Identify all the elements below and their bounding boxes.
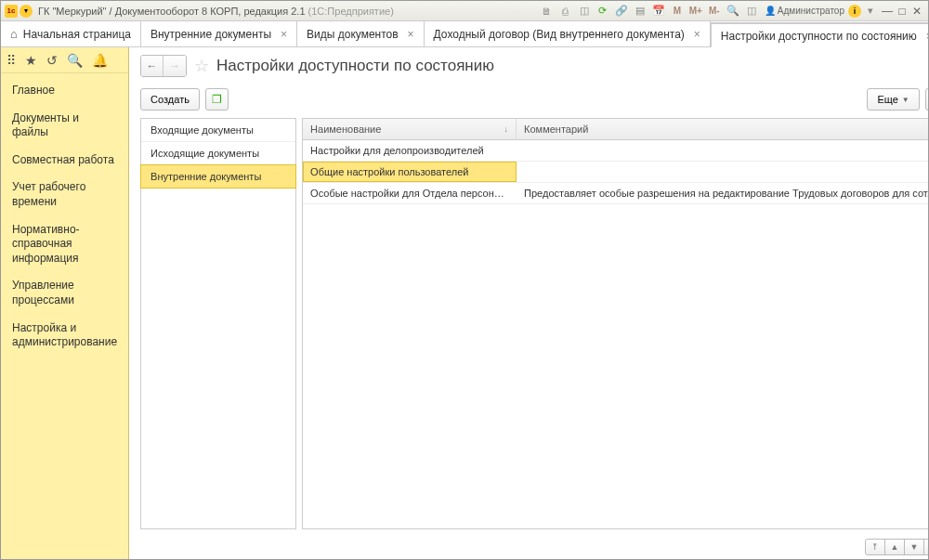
info-dropdown[interactable]: ▾ — [863, 4, 878, 19]
column-label: Комментарий — [524, 124, 588, 135]
tab-label: Настройки доступности по состоянию — [721, 30, 917, 43]
nav-first-button[interactable]: ⤒ — [865, 539, 885, 555]
tab-label: Начальная страница — [23, 28, 131, 41]
more-button[interactable]: Еще▼ — [867, 88, 919, 111]
star-icon[interactable]: ★ — [25, 53, 37, 68]
titlebar: 1c ▾ ГК "Меркурий" / Документооборот 8 К… — [1, 1, 928, 21]
tab-internal-docs[interactable]: Внутренние документы × — [141, 21, 297, 46]
cell-name: Общие настройки пользователей — [303, 162, 517, 182]
tab-doc-types[interactable]: Виды документов × — [297, 21, 425, 46]
cell-comment: Предоставляет особые разрешения на редак… — [517, 183, 929, 203]
more-label: Еще — [877, 94, 897, 105]
forward-button[interactable]: → — [164, 56, 186, 76]
sidebar-item-processes[interactable]: Управление процессами — [1, 272, 128, 314]
table-row[interactable]: Особые настройки для Отдела персонала Пр… — [303, 183, 929, 204]
sidebar-toolbar: ⠿ ★ ↺ 🔍 🔔 — [1, 47, 128, 73]
category-incoming[interactable]: Входящие документы — [141, 119, 295, 142]
column-header-comment[interactable]: Комментарий — [517, 119, 929, 139]
sidebar-item-main[interactable]: Главное — [1, 77, 128, 105]
tab-income-contract[interactable]: Доходный договор (Вид внутреннего докуме… — [425, 21, 711, 46]
toolbar-refresh-icon[interactable]: ⟳ — [595, 4, 610, 19]
back-button[interactable]: ← — [141, 56, 164, 76]
tab-label: Доходный договор (Вид внутреннего докуме… — [434, 28, 685, 41]
toolbar-zoom-icon[interactable]: 🔍 — [726, 4, 740, 19]
create-button[interactable]: Создать — [140, 88, 200, 111]
page-title: Настройки доступности по состоянию — [216, 57, 494, 75]
history-icon[interactable]: ↺ — [46, 53, 58, 68]
copy-button[interactable]: ❐ — [205, 88, 229, 111]
cell-comment — [517, 162, 929, 182]
table-body: Настройки для делопроизводителей Общие н… — [303, 140, 929, 528]
two-pane: Входящие документы Исходящие документы В… — [140, 118, 929, 529]
minimize-button[interactable]: — — [880, 4, 895, 19]
close-icon[interactable]: × — [281, 28, 287, 41]
tab-label: Внутренние документы — [150, 28, 271, 41]
toolbar-m-button[interactable]: M — [670, 4, 685, 19]
toolbar-calc-icon[interactable]: ▤ — [633, 4, 648, 19]
maximize-button[interactable]: □ — [895, 4, 909, 19]
user-icon: 👤 — [765, 6, 776, 16]
table-row[interactable]: Общие настройки пользователей — [303, 162, 929, 183]
sidebar-item-admin[interactable]: Настройка и администрирование — [1, 315, 128, 357]
apps-icon[interactable]: ⠿ — [7, 53, 16, 68]
sidebar-item-docs-files[interactable]: Документы и файлы — [1, 105, 128, 147]
nav-last-button[interactable]: ⤓ — [923, 539, 929, 555]
content: ← → ☆ Настройки доступности по состоянию… — [129, 47, 929, 560]
sidebar-item-reference[interactable]: Нормативно-справочная информация — [1, 216, 128, 273]
user-name: Администратор — [778, 6, 844, 16]
main-area: ⠿ ★ ↺ 🔍 🔔 Главное Документы и файлы Совм… — [1, 47, 928, 560]
sidebar-item-collab[interactable]: Совместная работа — [1, 147, 128, 175]
help-button[interactable]: ? — [925, 88, 929, 111]
window-title: ГК "Меркурий" / Документооборот 8 КОРП, … — [38, 6, 394, 17]
toolbar-link-icon[interactable]: 🔗 — [614, 4, 629, 19]
search-icon[interactable]: 🔍 — [67, 53, 83, 68]
user-label[interactable]: 👤 Администратор — [765, 6, 844, 16]
cell-name: Особые настройки для Отдела персонала — [303, 183, 517, 203]
app-logo-icon: 1c — [5, 5, 18, 18]
nav-up-button[interactable]: ▲ — [884, 539, 905, 555]
window-title-main: ГК "Меркурий" / Документооборот 8 КОРП, … — [38, 6, 308, 17]
nav-down-button[interactable]: ▼ — [904, 539, 924, 555]
column-header-name[interactable]: Наименование ↓ — [303, 119, 517, 139]
home-icon: ⌂ — [10, 27, 18, 41]
category-pane: Входящие документы Исходящие документы В… — [140, 118, 296, 529]
toolbar-compare-icon[interactable]: ◫ — [577, 4, 592, 19]
toolbar-m-minus-button[interactable]: M- — [707, 4, 722, 19]
close-button[interactable]: ✕ — [909, 4, 924, 19]
column-label: Наименование — [310, 124, 381, 135]
sidebar-item-timetrack[interactable]: Учет рабочего времени — [1, 174, 128, 215]
tab-home[interactable]: ⌂ Начальная страница — [1, 21, 141, 46]
toolbar: Создать ❐ Еще▼ ? — [129, 85, 929, 118]
tab-availability-settings[interactable]: Настройки доступности по состоянию × — [711, 22, 929, 47]
category-outgoing[interactable]: Исходящие документы — [141, 142, 295, 165]
category-internal[interactable]: Внутренние документы — [140, 164, 296, 189]
tabs-bar: ⌂ Начальная страница Внутренние документ… — [1, 21, 928, 47]
sort-asc-icon: ↓ — [504, 124, 509, 134]
app-menu-dropdown[interactable]: ▾ — [20, 5, 33, 18]
content-header: ← → ☆ Настройки доступности по состоянию… — [129, 47, 929, 85]
window-title-suffix: (1С:Предприятие) — [308, 6, 394, 17]
cell-name: Настройки для делопроизводителей — [303, 140, 517, 161]
sidebar: ⠿ ★ ↺ 🔍 🔔 Главное Документы и файлы Совм… — [1, 47, 129, 560]
footer-nav: ⤒ ▲ ▼ ⤓ — [129, 537, 929, 560]
sidebar-nav: Главное Документы и файлы Совместная раб… — [1, 73, 128, 360]
info-icon[interactable]: i — [848, 5, 861, 18]
toolbar-file-icon[interactable]: 🗎 — [540, 4, 555, 19]
close-icon[interactable]: × — [408, 28, 414, 41]
favorite-star-icon[interactable]: ☆ — [194, 56, 209, 76]
tab-label: Виды документов — [307, 28, 399, 41]
toolbar-m-plus-button[interactable]: M+ — [688, 4, 703, 19]
close-icon[interactable]: × — [694, 28, 700, 41]
table-header: Наименование ↓ Комментарий — [303, 119, 929, 140]
toolbar-calendar-icon[interactable]: 📅 — [651, 4, 666, 19]
table-pane: Наименование ↓ Комментарий Настройки для… — [302, 118, 929, 529]
cell-comment — [517, 140, 929, 161]
bell-icon[interactable]: 🔔 — [92, 53, 108, 68]
toolbar-print-icon[interactable]: ⎙ — [558, 4, 573, 19]
table-row[interactable]: Настройки для делопроизводителей — [303, 140, 929, 162]
nav-buttons: ← → — [140, 55, 187, 77]
copy-icon: ❐ — [212, 93, 222, 106]
chevron-down-icon: ▼ — [902, 96, 909, 104]
create-label: Создать — [150, 94, 190, 105]
toolbar-layout-icon[interactable]: ◫ — [744, 4, 759, 19]
